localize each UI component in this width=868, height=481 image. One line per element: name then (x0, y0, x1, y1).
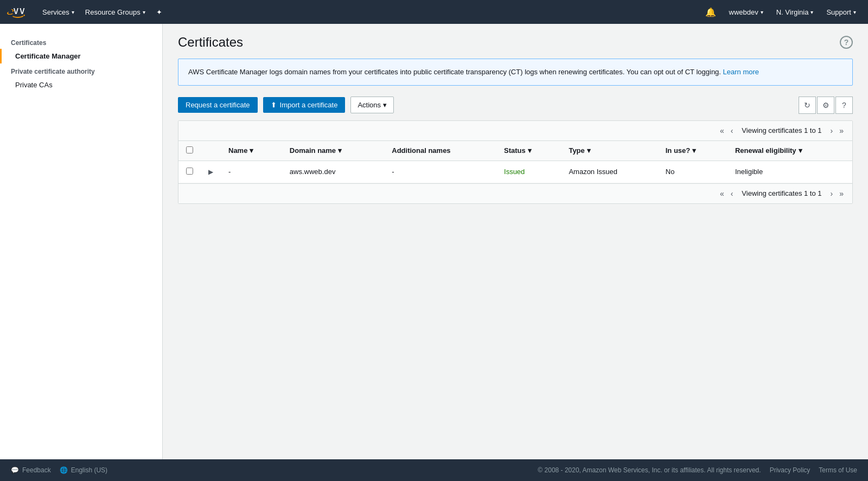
in-use-sort-icon: ▾ (692, 146, 696, 155)
page-help-button[interactable]: ? (840, 36, 853, 49)
nav-right: 🔔 wwebdev ▾ N. Virginia ▾ Support ▾ (700, 0, 861, 24)
resource-groups-chevron: ▾ (143, 9, 145, 15)
request-certificate-button[interactable]: Request a certificate (178, 97, 258, 113)
last-page-button[interactable]: » (837, 125, 846, 136)
row-in-use-cell: No (658, 161, 727, 183)
renewal-eligibility-col-header[interactable]: Renewal eligibility ▾ (727, 141, 852, 161)
info-banner-text: AWS Certificate Manager logs domain name… (188, 68, 721, 76)
sidebar-item-certificate-manager[interactable]: Certificate Manager (0, 49, 162, 63)
favorites-nav[interactable]: ✦ (151, 0, 168, 24)
prev-page-button-bottom[interactable]: ‹ (729, 188, 736, 199)
prev-page-button[interactable]: ‹ (729, 125, 736, 136)
page-header: Certificates ? (178, 35, 853, 50)
first-page-button-bottom[interactable]: « (718, 188, 726, 199)
refresh-button[interactable]: ↻ (799, 97, 816, 114)
in-use-col-label: In use? (666, 146, 691, 155)
bell-nav[interactable]: 🔔 (700, 0, 722, 24)
language-label: English (US) (71, 466, 107, 474)
services-label: Services (42, 8, 69, 16)
status-col-label: Status (504, 146, 526, 155)
row-checkbox-cell (178, 161, 201, 183)
main-layout: Certificates Certificate Manager Private… (0, 24, 868, 459)
gear-icon: ⚙ (822, 101, 829, 110)
feedback-button[interactable]: 💬 Feedback (11, 466, 51, 474)
globe-icon: 🌐 (60, 466, 68, 474)
settings-button[interactable]: ⚙ (817, 97, 834, 114)
footer: 💬 Feedback 🌐 English (US) © 2008 - 2020,… (0, 459, 868, 481)
sidebar-section-certificates: Certificates (0, 35, 162, 49)
footer-left: 💬 Feedback 🌐 English (US) (11, 466, 107, 474)
region-chevron: ▾ (810, 9, 813, 15)
table-help-button[interactable]: ? (835, 97, 853, 114)
region-nav[interactable]: N. Virginia ▾ (771, 0, 819, 24)
refresh-icon: ↻ (804, 101, 810, 110)
services-nav[interactable]: Services ▾ (37, 0, 80, 24)
support-chevron: ▾ (853, 9, 856, 15)
row-checkbox[interactable] (186, 168, 193, 175)
next-page-button[interactable]: › (828, 125, 835, 136)
in-use-col-header[interactable]: In use? ▾ (658, 141, 727, 161)
select-all-checkbox[interactable] (186, 146, 193, 153)
sidebar: Certificates Certificate Manager Private… (0, 24, 163, 459)
help-icon: ? (842, 101, 846, 110)
status-sort-icon: ▾ (528, 146, 532, 155)
top-navigation: Services ▾ Resource Groups ▾ ✦ 🔔 wwebdev… (0, 0, 868, 24)
pagination-bottom: « ‹ Viewing certificates 1 to 1 › » (178, 183, 852, 203)
terms-of-use-link[interactable]: Terms of Use (819, 466, 857, 474)
name-col-header[interactable]: Name ▾ (221, 141, 282, 161)
region-label: N. Virginia (776, 8, 809, 16)
domain-sort-icon: ▾ (338, 146, 342, 155)
table-container: « ‹ Viewing certificates 1 to 1 › » (178, 120, 853, 204)
domain-name-col-header[interactable]: Domain name ▾ (282, 141, 384, 161)
user-label: wwebdev (729, 8, 758, 16)
privacy-policy-link[interactable]: Privacy Policy (770, 466, 810, 474)
additional-names-col-label: Additional names (392, 146, 450, 155)
toolbar: Request a certificate ⬆ Import a certifi… (178, 97, 853, 114)
main-content: Certificates ? AWS Certificate Manager l… (163, 24, 868, 459)
renewal-eligibility-col-label: Renewal eligibility (735, 146, 796, 155)
status-col-header[interactable]: Status ▾ (496, 141, 561, 161)
status-badge: Issued (504, 168, 525, 176)
copyright-text: © 2008 - 2020, Amazon Web Services, Inc.… (538, 466, 761, 474)
row-expand-cell: ▶ (201, 161, 221, 183)
sidebar-collapse-button[interactable]: ‹ (162, 232, 163, 252)
support-label: Support (826, 8, 851, 16)
row-domain-name-cell: aws.wweb.dev (282, 161, 384, 183)
import-certificate-button[interactable]: ⬆ Import a certificate (263, 97, 346, 113)
resource-groups-nav[interactable]: Resource Groups ▾ (80, 0, 151, 24)
services-chevron: ▾ (72, 9, 74, 15)
feedback-label: Feedback (22, 466, 51, 474)
pagination-text-bottom: Viewing certificates 1 to 1 (742, 189, 821, 197)
type-col-header[interactable]: Type ▾ (561, 141, 658, 161)
table-row: ▶ - aws.wweb.dev - Issued Amazon Issued … (178, 161, 852, 183)
last-page-button-bottom[interactable]: » (837, 188, 846, 199)
expand-col (201, 141, 221, 161)
bell-icon: 🔔 (705, 7, 716, 17)
select-all-col (178, 141, 201, 161)
support-nav[interactable]: Support ▾ (821, 0, 861, 24)
page-title: Certificates (178, 35, 243, 50)
resource-groups-label: Resource Groups (85, 8, 141, 16)
language-button[interactable]: 🌐 English (US) (60, 466, 107, 474)
footer-right: © 2008 - 2020, Amazon Web Services, Inc.… (538, 466, 857, 474)
row-name-cell: - (221, 161, 282, 183)
learn-more-link[interactable]: Learn more (723, 68, 759, 76)
next-page-button-bottom[interactable]: › (828, 188, 835, 199)
actions-button[interactable]: Actions ▾ (350, 97, 394, 113)
aws-logo[interactable] (7, 5, 28, 18)
user-chevron: ▾ (761, 9, 763, 15)
sidebar-item-private-cas[interactable]: Private CAs (0, 78, 162, 92)
domain-name-col-label: Domain name (290, 146, 336, 155)
user-nav[interactable]: wwebdev ▾ (724, 0, 769, 24)
sidebar-section-private-ca: Private certificate authority (0, 63, 162, 78)
first-page-button[interactable]: « (718, 125, 726, 136)
row-expand-button[interactable]: ▶ (208, 168, 213, 176)
row-renewal-eligibility-cell: Ineligible (727, 161, 852, 183)
import-label: Import a certificate (280, 101, 338, 109)
toolbar-right: ↻ ⚙ ? (799, 97, 853, 114)
pagination-text-top: Viewing certificates 1 to 1 (742, 126, 821, 134)
additional-names-col-header: Additional names (384, 141, 496, 161)
actions-chevron: ▾ (383, 101, 387, 109)
type-col-label: Type (569, 146, 584, 155)
type-sort-icon: ▾ (587, 146, 591, 155)
